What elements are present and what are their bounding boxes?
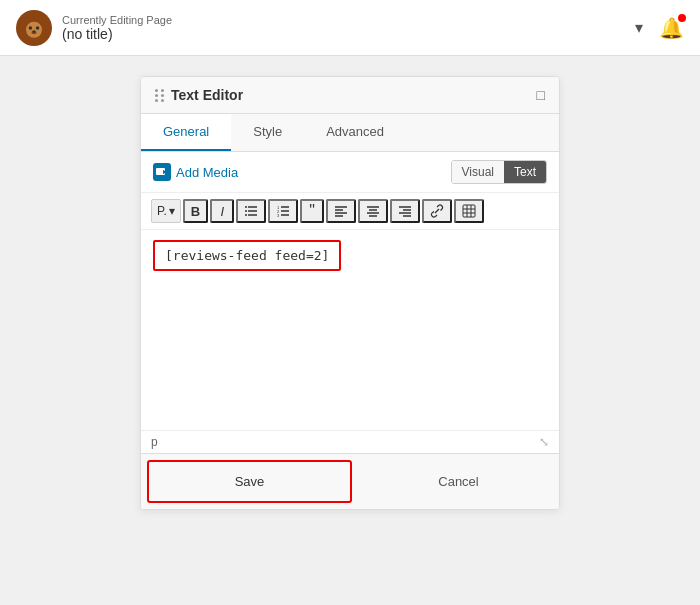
- italic-icon: I: [220, 204, 224, 219]
- topbar-right: ▾ 🔔: [635, 16, 684, 40]
- link-icon: [430, 204, 444, 218]
- bell-wrapper: 🔔: [659, 16, 684, 40]
- svg-marker-9: [163, 170, 168, 174]
- shortcode-content: [reviews-feed feed=2]: [153, 240, 341, 271]
- svg-point-7: [33, 30, 36, 33]
- editor-content[interactable]: [reviews-feed feed=2]: [141, 230, 559, 410]
- svg-point-15: [245, 214, 247, 216]
- panel-footer: Save Cancel: [141, 453, 559, 509]
- notification-dot: [678, 14, 686, 22]
- format-toolbar: P. ▾ B I 123 ": [141, 193, 559, 230]
- view-toggle: Visual Text: [451, 160, 547, 184]
- toolbar-row: Add Media Visual Text: [141, 152, 559, 193]
- panel-title: Text Editor: [171, 87, 243, 103]
- svg-text:3: 3: [277, 213, 280, 218]
- cancel-button[interactable]: Cancel: [358, 454, 559, 509]
- link-button[interactable]: [422, 199, 452, 223]
- align-right-icon: [398, 204, 412, 218]
- align-left-icon: [334, 204, 348, 218]
- add-media-button[interactable]: Add Media: [153, 163, 238, 181]
- topbar-left: Currently Editing Page (no title): [16, 10, 172, 46]
- visual-button[interactable]: Visual: [452, 161, 504, 183]
- table-icon: [462, 204, 476, 218]
- editor-area[interactable]: [reviews-feed feed=2]: [141, 230, 559, 430]
- align-center-icon: [366, 204, 380, 218]
- drag-handle[interactable]: [155, 89, 165, 102]
- svg-point-4: [29, 26, 33, 30]
- svg-point-13: [245, 206, 247, 208]
- blockquote-button[interactable]: ": [300, 199, 324, 223]
- svg-point-14: [245, 210, 247, 212]
- save-button[interactable]: Save: [147, 460, 352, 503]
- align-center-button[interactable]: [358, 199, 388, 223]
- paragraph-dropdown-button[interactable]: P. ▾: [151, 199, 181, 223]
- tab-style[interactable]: Style: [231, 114, 304, 151]
- tab-advanced[interactable]: Advanced: [304, 114, 406, 151]
- svg-point-5: [36, 26, 40, 30]
- ol-icon: 123: [276, 204, 290, 218]
- resize-handle[interactable]: ⤡: [539, 435, 549, 449]
- panel-header-left: Text Editor: [155, 87, 243, 103]
- svg-point-3: [26, 21, 42, 37]
- bold-button[interactable]: B: [183, 199, 208, 223]
- align-right-button[interactable]: [390, 199, 420, 223]
- svg-rect-34: [463, 205, 475, 217]
- paragraph-label: P.: [157, 204, 167, 218]
- italic-button[interactable]: I: [210, 199, 234, 223]
- add-media-label: Add Media: [176, 165, 238, 180]
- topbar-subtitle: Currently Editing Page: [62, 14, 172, 26]
- minimize-icon[interactable]: □: [537, 87, 545, 103]
- avatar: [16, 10, 52, 46]
- editor-status-bar: p ⤡: [141, 430, 559, 453]
- text-button[interactable]: Text: [504, 161, 546, 183]
- bold-icon: B: [191, 204, 200, 219]
- text-editor-panel: Text Editor □ General Style Advanced Add…: [140, 76, 560, 510]
- tabs-container: General Style Advanced: [141, 114, 559, 152]
- table-button[interactable]: [454, 199, 484, 223]
- tab-general[interactable]: General: [141, 114, 231, 151]
- topbar-text: Currently Editing Page (no title): [62, 14, 172, 42]
- main-content: Text Editor □ General Style Advanced Add…: [0, 56, 700, 605]
- ordered-list-button[interactable]: 123: [268, 199, 298, 223]
- align-left-button[interactable]: [326, 199, 356, 223]
- ul-icon: [244, 204, 258, 218]
- editor-path: p: [151, 435, 158, 449]
- topbar-title: (no title): [62, 26, 172, 42]
- chevron-down-icon[interactable]: ▾: [635, 18, 643, 37]
- paragraph-arrow: ▾: [169, 204, 175, 218]
- unordered-list-button[interactable]: [236, 199, 266, 223]
- panel-header: Text Editor □: [141, 77, 559, 114]
- topbar: Currently Editing Page (no title) ▾ 🔔: [0, 0, 700, 56]
- add-media-icon: [153, 163, 171, 181]
